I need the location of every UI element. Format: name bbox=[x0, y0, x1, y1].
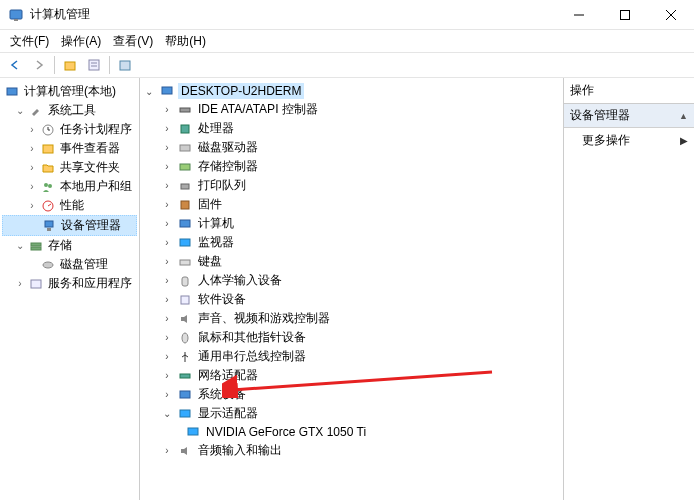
menu-action[interactable]: 操作(A) bbox=[55, 31, 107, 52]
device-category-audio-io[interactable]: ›音频输入和输出 bbox=[142, 441, 561, 460]
left-navigation-tree[interactable]: 计算机管理(本地) ⌄ 系统工具 › 任务计划程序 › 事件查看器 › 共享文件… bbox=[0, 78, 140, 500]
menu-file[interactable]: 文件(F) bbox=[4, 31, 55, 52]
tree-storage[interactable]: ⌄ 存储 bbox=[2, 236, 137, 255]
svg-rect-26 bbox=[162, 87, 172, 94]
device-category-audio-video[interactable]: ›声音、视频和游戏控制器 bbox=[142, 309, 561, 328]
expander-closed-icon[interactable]: › bbox=[160, 218, 174, 229]
expander-closed-icon[interactable]: › bbox=[160, 275, 174, 286]
menu-help[interactable]: 帮助(H) bbox=[159, 31, 212, 52]
tree-root-computer-management[interactable]: 计算机管理(本地) bbox=[2, 82, 137, 101]
collapse-triangle-icon: ▲ bbox=[679, 111, 688, 121]
device-category-display[interactable]: ⌄显示适配器 bbox=[142, 404, 561, 423]
device-tree-pane[interactable]: ⌄ DESKTOP-U2HDERM ›IDE ATA/ATAPI 控制器 ›处理… bbox=[140, 78, 564, 500]
tree-task-scheduler[interactable]: › 任务计划程序 bbox=[2, 120, 137, 139]
expander-closed-icon[interactable]: › bbox=[160, 332, 174, 343]
expander-closed-icon[interactable]: › bbox=[160, 313, 174, 324]
toolbar-up-button[interactable] bbox=[59, 54, 81, 76]
keyboard-icon bbox=[177, 254, 193, 270]
svg-rect-23 bbox=[31, 247, 41, 250]
device-category-cpu[interactable]: ›处理器 bbox=[142, 119, 561, 138]
tree-disk-management[interactable]: 磁盘管理 bbox=[2, 255, 137, 274]
expander-closed-icon[interactable]: › bbox=[26, 181, 38, 193]
tree-system-tools[interactable]: ⌄ 系统工具 bbox=[2, 101, 137, 120]
tree-services-apps[interactable]: › 服务和应用程序 bbox=[2, 274, 137, 293]
device-category-network[interactable]: ›网络适配器 bbox=[142, 366, 561, 385]
expander-closed-icon[interactable]: › bbox=[160, 445, 174, 456]
expander-closed-icon[interactable]: › bbox=[160, 104, 174, 115]
device-category-usb[interactable]: ›通用串行总线控制器 bbox=[142, 347, 561, 366]
device-category-computer[interactable]: ›计算机 bbox=[142, 214, 561, 233]
expander-closed-icon[interactable]: › bbox=[26, 124, 38, 136]
device-category-ide[interactable]: ›IDE ATA/ATAPI 控制器 bbox=[142, 100, 561, 119]
system-icon bbox=[177, 387, 193, 403]
expander-open-icon[interactable]: ⌄ bbox=[14, 105, 26, 117]
actions-section-device-manager[interactable]: 设备管理器 ▲ bbox=[564, 104, 694, 128]
expander-closed-icon[interactable]: › bbox=[26, 143, 38, 155]
expander-closed-icon[interactable]: › bbox=[160, 142, 174, 153]
device-label: NVIDIA GeForce GTX 1050 Ti bbox=[204, 425, 368, 439]
minimize-button[interactable] bbox=[556, 0, 602, 30]
mouse-icon bbox=[177, 330, 193, 346]
tree-label: 任务计划程序 bbox=[58, 121, 134, 138]
device-category-monitor[interactable]: ›监视器 bbox=[142, 233, 561, 252]
device-label: 键盘 bbox=[196, 253, 224, 270]
toolbar-back-button[interactable] bbox=[4, 54, 26, 76]
device-label: 人体学输入设备 bbox=[196, 272, 284, 289]
expander-closed-icon[interactable]: › bbox=[160, 370, 174, 381]
tree-shared-folders[interactable]: › 共享文件夹 bbox=[2, 158, 137, 177]
expander-closed-icon[interactable]: › bbox=[160, 389, 174, 400]
expander-closed-icon[interactable]: › bbox=[26, 162, 38, 174]
device-category-system[interactable]: ›系统设备 bbox=[142, 385, 561, 404]
device-category-keyboard[interactable]: ›键盘 bbox=[142, 252, 561, 271]
close-button[interactable] bbox=[648, 0, 694, 30]
device-category-hid[interactable]: ›人体学输入设备 bbox=[142, 271, 561, 290]
expander-closed-icon[interactable]: › bbox=[160, 161, 174, 172]
expander-open-icon[interactable]: ⌄ bbox=[160, 408, 174, 419]
svg-rect-10 bbox=[120, 61, 130, 70]
device-category-print[interactable]: ›打印队列 bbox=[142, 176, 561, 195]
device-item-gpu[interactable]: NVIDIA GeForce GTX 1050 Ti bbox=[142, 423, 561, 441]
expander-closed-icon[interactable]: › bbox=[160, 351, 174, 362]
svg-rect-29 bbox=[180, 145, 190, 151]
tree-local-users[interactable]: › 本地用户和组 bbox=[2, 177, 137, 196]
expander-closed-icon[interactable]: › bbox=[160, 123, 174, 134]
device-root[interactable]: ⌄ DESKTOP-U2HDERM bbox=[142, 82, 561, 100]
svg-rect-35 bbox=[180, 260, 190, 265]
expander-open-icon[interactable]: ⌄ bbox=[14, 240, 26, 252]
tree-label: 服务和应用程序 bbox=[46, 275, 134, 292]
device-label: 网络适配器 bbox=[196, 367, 260, 384]
services-icon bbox=[28, 276, 44, 292]
svg-rect-36 bbox=[182, 277, 188, 286]
expander-closed-icon[interactable]: › bbox=[160, 199, 174, 210]
actions-section-label: 设备管理器 bbox=[570, 107, 630, 124]
device-category-storage-controller[interactable]: ›存储控制器 bbox=[142, 157, 561, 176]
tree-performance[interactable]: › 性能 bbox=[2, 196, 137, 215]
expander-closed-icon[interactable]: › bbox=[160, 237, 174, 248]
actions-header: 操作 bbox=[564, 78, 694, 104]
toolbar-forward-button[interactable] bbox=[28, 54, 50, 76]
expander-closed-icon[interactable]: › bbox=[160, 256, 174, 267]
computer-icon bbox=[4, 84, 20, 100]
monitor-icon bbox=[177, 235, 193, 251]
toolbar-help-button[interactable] bbox=[114, 54, 136, 76]
expander-closed-icon[interactable]: › bbox=[26, 200, 38, 212]
tree-event-viewer[interactable]: › 事件查看器 bbox=[2, 139, 137, 158]
device-category-mouse[interactable]: ›鼠标和其他指针设备 bbox=[142, 328, 561, 347]
svg-point-38 bbox=[182, 333, 188, 343]
tree-device-manager[interactable]: 设备管理器 bbox=[2, 215, 137, 236]
device-category-disk[interactable]: ›磁盘驱动器 bbox=[142, 138, 561, 157]
expander-open-icon[interactable]: ⌄ bbox=[142, 86, 156, 97]
device-manager-icon bbox=[41, 218, 57, 234]
expander-closed-icon[interactable]: › bbox=[160, 180, 174, 191]
menu-view[interactable]: 查看(V) bbox=[107, 31, 159, 52]
svg-rect-30 bbox=[180, 164, 190, 170]
device-category-software[interactable]: ›软件设备 bbox=[142, 290, 561, 309]
device-category-firmware[interactable]: ›固件 bbox=[142, 195, 561, 214]
toolbar-properties-button[interactable] bbox=[83, 54, 105, 76]
actions-more[interactable]: 更多操作 ▶ bbox=[564, 128, 694, 153]
folder-icon bbox=[40, 160, 56, 176]
expander-closed-icon[interactable]: › bbox=[160, 294, 174, 305]
expander-closed-icon[interactable]: › bbox=[14, 278, 26, 290]
users-icon bbox=[40, 179, 56, 195]
maximize-button[interactable] bbox=[602, 0, 648, 30]
